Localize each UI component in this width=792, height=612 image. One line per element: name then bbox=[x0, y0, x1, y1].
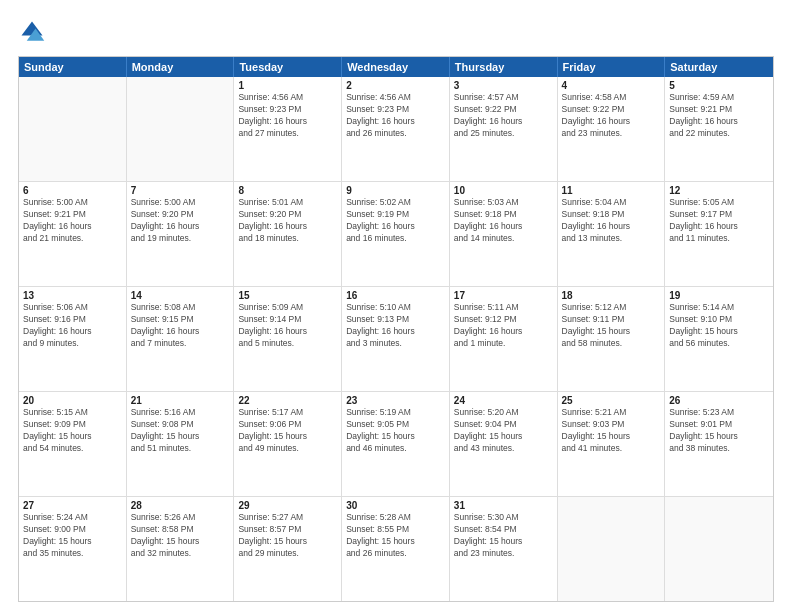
cell-line: Sunset: 9:14 PM bbox=[238, 314, 337, 326]
cell-line: and 23 minutes. bbox=[562, 128, 661, 140]
cell-line: Sunset: 9:06 PM bbox=[238, 419, 337, 431]
cell-line: Sunset: 9:18 PM bbox=[562, 209, 661, 221]
calendar-row-2: 13Sunrise: 5:06 AMSunset: 9:16 PMDayligh… bbox=[19, 286, 773, 391]
cell-line: and 26 minutes. bbox=[346, 548, 445, 560]
cell-line: and 1 minute. bbox=[454, 338, 553, 350]
cell-line: Daylight: 15 hours bbox=[562, 326, 661, 338]
cell-line: and 51 minutes. bbox=[131, 443, 230, 455]
calendar-cell: 27Sunrise: 5:24 AMSunset: 9:00 PMDayligh… bbox=[19, 497, 127, 601]
calendar-cell: 8Sunrise: 5:01 AMSunset: 9:20 PMDaylight… bbox=[234, 182, 342, 286]
cell-line: Daylight: 16 hours bbox=[454, 221, 553, 233]
header-cell-wednesday: Wednesday bbox=[342, 57, 450, 77]
cell-line: and 9 minutes. bbox=[23, 338, 122, 350]
cell-line: Sunset: 8:57 PM bbox=[238, 524, 337, 536]
cell-line: Sunset: 9:10 PM bbox=[669, 314, 769, 326]
cell-line: Sunrise: 5:09 AM bbox=[238, 302, 337, 314]
calendar-cell: 1Sunrise: 4:56 AMSunset: 9:23 PMDaylight… bbox=[234, 77, 342, 181]
cell-line: Sunrise: 5:00 AM bbox=[23, 197, 122, 209]
calendar-cell: 30Sunrise: 5:28 AMSunset: 8:55 PMDayligh… bbox=[342, 497, 450, 601]
cell-line: Daylight: 16 hours bbox=[238, 326, 337, 338]
cell-line: Daylight: 16 hours bbox=[346, 221, 445, 233]
day-number: 13 bbox=[23, 290, 122, 301]
calendar-cell: 9Sunrise: 5:02 AMSunset: 9:19 PMDaylight… bbox=[342, 182, 450, 286]
cell-line: Daylight: 15 hours bbox=[346, 431, 445, 443]
day-number: 27 bbox=[23, 500, 122, 511]
day-number: 28 bbox=[131, 500, 230, 511]
cell-line: Sunrise: 5:26 AM bbox=[131, 512, 230, 524]
cell-line: and 25 minutes. bbox=[454, 128, 553, 140]
cell-line: Sunrise: 5:16 AM bbox=[131, 407, 230, 419]
cell-line: Sunrise: 4:57 AM bbox=[454, 92, 553, 104]
cell-line: Sunset: 9:09 PM bbox=[23, 419, 122, 431]
cell-line: Sunset: 9:00 PM bbox=[23, 524, 122, 536]
cell-line: Sunrise: 5:02 AM bbox=[346, 197, 445, 209]
day-number: 5 bbox=[669, 80, 769, 91]
cell-line: Daylight: 16 hours bbox=[131, 221, 230, 233]
day-number: 20 bbox=[23, 395, 122, 406]
calendar-cell: 4Sunrise: 4:58 AMSunset: 9:22 PMDaylight… bbox=[558, 77, 666, 181]
cell-line: Sunset: 9:17 PM bbox=[669, 209, 769, 221]
cell-line: Daylight: 16 hours bbox=[238, 221, 337, 233]
cell-line: and 43 minutes. bbox=[454, 443, 553, 455]
calendar-cell: 22Sunrise: 5:17 AMSunset: 9:06 PMDayligh… bbox=[234, 392, 342, 496]
calendar-cell: 29Sunrise: 5:27 AMSunset: 8:57 PMDayligh… bbox=[234, 497, 342, 601]
cell-line: and 29 minutes. bbox=[238, 548, 337, 560]
day-number: 7 bbox=[131, 185, 230, 196]
cell-line: Sunset: 9:18 PM bbox=[454, 209, 553, 221]
cell-line: Daylight: 16 hours bbox=[131, 326, 230, 338]
cell-line: Sunrise: 5:17 AM bbox=[238, 407, 337, 419]
cell-line: Sunset: 8:54 PM bbox=[454, 524, 553, 536]
cell-line: and 16 minutes. bbox=[346, 233, 445, 245]
cell-line: and 54 minutes. bbox=[23, 443, 122, 455]
cell-line: Sunset: 9:21 PM bbox=[23, 209, 122, 221]
cell-line: Sunrise: 5:20 AM bbox=[454, 407, 553, 419]
cell-line: Sunrise: 5:04 AM bbox=[562, 197, 661, 209]
cell-line: and 3 minutes. bbox=[346, 338, 445, 350]
cell-line: Sunset: 9:23 PM bbox=[238, 104, 337, 116]
cell-line: Sunrise: 5:28 AM bbox=[346, 512, 445, 524]
cell-line: Sunrise: 5:10 AM bbox=[346, 302, 445, 314]
cell-line: and 5 minutes. bbox=[238, 338, 337, 350]
day-number: 25 bbox=[562, 395, 661, 406]
cell-line: Sunrise: 5:05 AM bbox=[669, 197, 769, 209]
cell-line: Daylight: 16 hours bbox=[454, 116, 553, 128]
calendar-row-1: 6Sunrise: 5:00 AMSunset: 9:21 PMDaylight… bbox=[19, 181, 773, 286]
cell-line: Sunrise: 5:14 AM bbox=[669, 302, 769, 314]
day-number: 21 bbox=[131, 395, 230, 406]
calendar-cell: 21Sunrise: 5:16 AMSunset: 9:08 PMDayligh… bbox=[127, 392, 235, 496]
cell-line: and 46 minutes. bbox=[346, 443, 445, 455]
cell-line: and 14 minutes. bbox=[454, 233, 553, 245]
calendar-cell: 15Sunrise: 5:09 AMSunset: 9:14 PMDayligh… bbox=[234, 287, 342, 391]
calendar-cell: 26Sunrise: 5:23 AMSunset: 9:01 PMDayligh… bbox=[665, 392, 773, 496]
calendar-cell: 25Sunrise: 5:21 AMSunset: 9:03 PMDayligh… bbox=[558, 392, 666, 496]
cell-line: Sunset: 9:11 PM bbox=[562, 314, 661, 326]
cell-line: Daylight: 15 hours bbox=[669, 326, 769, 338]
calendar-cell bbox=[127, 77, 235, 181]
day-number: 3 bbox=[454, 80, 553, 91]
calendar-cell: 20Sunrise: 5:15 AMSunset: 9:09 PMDayligh… bbox=[19, 392, 127, 496]
day-number: 22 bbox=[238, 395, 337, 406]
cell-line: and 35 minutes. bbox=[23, 548, 122, 560]
header-cell-thursday: Thursday bbox=[450, 57, 558, 77]
cell-line: and 56 minutes. bbox=[669, 338, 769, 350]
cell-line: and 11 minutes. bbox=[669, 233, 769, 245]
calendar-cell bbox=[558, 497, 666, 601]
day-number: 26 bbox=[669, 395, 769, 406]
calendar-header: SundayMondayTuesdayWednesdayThursdayFrid… bbox=[19, 57, 773, 77]
day-number: 2 bbox=[346, 80, 445, 91]
cell-line: Sunset: 8:58 PM bbox=[131, 524, 230, 536]
cell-line: and 27 minutes. bbox=[238, 128, 337, 140]
cell-line: Sunrise: 4:58 AM bbox=[562, 92, 661, 104]
day-number: 24 bbox=[454, 395, 553, 406]
header-cell-tuesday: Tuesday bbox=[234, 57, 342, 77]
calendar-cell: 7Sunrise: 5:00 AMSunset: 9:20 PMDaylight… bbox=[127, 182, 235, 286]
cell-line: Sunrise: 5:08 AM bbox=[131, 302, 230, 314]
cell-line: Sunset: 9:01 PM bbox=[669, 419, 769, 431]
cell-line: Daylight: 15 hours bbox=[238, 536, 337, 548]
cell-line: Daylight: 15 hours bbox=[131, 431, 230, 443]
calendar-cell: 14Sunrise: 5:08 AMSunset: 9:15 PMDayligh… bbox=[127, 287, 235, 391]
cell-line: and 23 minutes. bbox=[454, 548, 553, 560]
cell-line: and 18 minutes. bbox=[238, 233, 337, 245]
calendar-cell: 13Sunrise: 5:06 AMSunset: 9:16 PMDayligh… bbox=[19, 287, 127, 391]
calendar-cell: 5Sunrise: 4:59 AMSunset: 9:21 PMDaylight… bbox=[665, 77, 773, 181]
